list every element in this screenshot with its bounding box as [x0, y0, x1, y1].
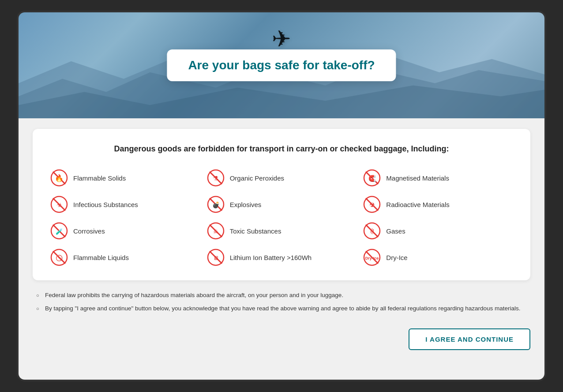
goods-item-lithium-battery: 🖥 Lithium Ion Battery >160Wh: [207, 249, 357, 266]
goods-item-radioactive-materials: ☢ Radioactive Materials: [363, 196, 513, 213]
lithium-battery-icon: 🖥: [207, 249, 225, 266]
airplane-icon: ✈: [272, 26, 291, 52]
explosives-label: Explosives: [230, 201, 262, 208]
radioactive-materials-icon: ☢: [363, 196, 381, 213]
infectious-substances-label: Infectious Substances: [73, 201, 138, 208]
disclaimer-item-2: By tapping "I agree and continue" button…: [36, 304, 527, 313]
toxic-substances-icon: ☠: [207, 222, 225, 240]
corrosives-label: Corrosives: [73, 227, 105, 235]
goods-item-dry-ice: Dry-Ice Dry-Ice: [363, 249, 513, 266]
disclaimer-area: Federal law prohibits the carrying of ha…: [33, 289, 530, 320]
goods-item-magnetised-materials: 🧲 Magnetised Materials: [363, 169, 513, 187]
goods-item-explosives: 💣 Explosives: [207, 196, 357, 213]
svg-text:🖥: 🖥: [213, 255, 218, 261]
svg-text:🧪: 🧪: [56, 228, 63, 235]
goods-item-organic-peroxides: ⚗ Organic Peroxides: [207, 169, 357, 187]
flammable-liquids-label: Flammable Liquids: [73, 254, 129, 261]
footer-row: I AGREE AND CONTINUE: [33, 325, 530, 352]
svg-text:🔥: 🔥: [55, 174, 64, 182]
svg-text:☣: ☣: [56, 201, 62, 208]
flammable-solids-icon: 🔥: [50, 169, 68, 187]
goods-item-flammable-solids: 🔥 Flammable Solids: [50, 169, 200, 187]
content-area: Dangerous goods are forbidden for transp…: [19, 118, 544, 380]
organic-peroxides-icon: ⚗: [207, 169, 225, 187]
disclaimer-list: Federal law prohibits the carrying of ha…: [36, 291, 527, 313]
hero-title: Are your bags safe for take-off?: [188, 58, 375, 72]
svg-text:🧲: 🧲: [368, 175, 376, 182]
magnetised-materials-icon: 🧲: [363, 169, 381, 187]
goods-item-flammable-liquids: 🚫 Flammable Liquids: [50, 249, 200, 266]
agree-and-continue-button[interactable]: I AGREE AND CONTINUE: [409, 328, 530, 350]
gases-label: Gases: [386, 227, 405, 235]
svg-text:💣: 💣: [212, 201, 220, 209]
svg-text:☠: ☠: [213, 228, 218, 235]
magnetised-materials-label: Magnetised Materials: [386, 174, 449, 182]
svg-text:Dry-Ice: Dry-Ice: [365, 256, 379, 260]
svg-text:🚫: 🚫: [56, 254, 63, 262]
card-heading: Dangerous goods are forbidden for transp…: [50, 143, 513, 155]
hero-title-box: Are your bags safe for take-off?: [167, 49, 396, 81]
svg-text:⚗: ⚗: [213, 175, 218, 182]
organic-peroxides-label: Organic Peroxides: [230, 174, 284, 182]
goods-item-toxic-substances: ☠ Toxic Substances: [207, 222, 357, 240]
toxic-substances-label: Toxic Substances: [230, 227, 282, 235]
svg-text:🛢: 🛢: [369, 228, 375, 235]
main-card: Dangerous goods are forbidden for transp…: [33, 129, 530, 280]
gases-icon: 🛢: [363, 222, 381, 240]
goods-item-infectious-substances: ☣ Infectious Substances: [50, 196, 200, 213]
device-frame: ✈ Are your bags safe for take-off? Dange…: [17, 11, 546, 381]
goods-item-corrosives: 🧪 Corrosives: [50, 222, 200, 240]
hero-section: ✈ Are your bags safe for take-off?: [19, 12, 544, 118]
explosives-icon: 💣: [207, 196, 225, 213]
disclaimer-item-1: Federal law prohibits the carrying of ha…: [36, 291, 527, 300]
radioactive-materials-label: Radioactive Materials: [386, 201, 449, 208]
svg-text:☢: ☢: [369, 201, 375, 208]
infectious-substances-icon: ☣: [50, 196, 68, 213]
goods-item-gases: 🛢 Gases: [363, 222, 513, 240]
flammable-liquids-icon: 🚫: [50, 249, 68, 266]
flammable-solids-label: Flammable Solids: [73, 174, 126, 182]
goods-grid: 🔥 Flammable Solids ⚗ Organic Peroxi: [50, 169, 513, 266]
dry-ice-icon: Dry-Ice: [363, 249, 381, 266]
corrosives-icon: 🧪: [50, 222, 68, 240]
lithium-battery-label: Lithium Ion Battery >160Wh: [230, 254, 312, 261]
dry-ice-label: Dry-Ice: [386, 254, 407, 261]
